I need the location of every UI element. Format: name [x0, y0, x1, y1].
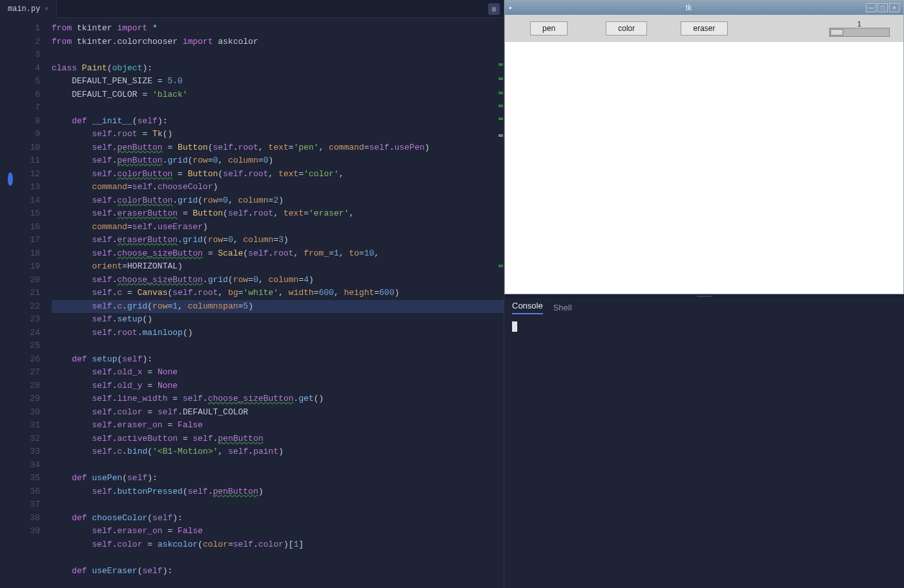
line-number[interactable]: 1: [0, 22, 40, 35]
code-line[interactable]: self.line_width = self.choose_sizeButton…: [52, 392, 504, 406]
code-line[interactable]: def __init__(self):: [52, 115, 504, 128]
close-window-icon[interactable]: ×: [889, 3, 899, 12]
eraser-button[interactable]: eraser: [681, 21, 727, 35]
code-line[interactable]: [52, 340, 504, 353]
code-area[interactable]: 1234567891011121314151617181920212223242…: [0, 18, 504, 588]
line-number[interactable]: 2: [0, 35, 40, 49]
line-number[interactable]: 22: [0, 300, 40, 314]
line-number[interactable]: 19: [0, 260, 40, 274]
line-number[interactable]: 15: [0, 207, 40, 221]
code-line[interactable]: self.c = Canvas(self.root, bg='white', w…: [52, 287, 504, 300]
code-line[interactable]: self.color = self.DEFAULT_COLOR: [52, 406, 504, 420]
line-number[interactable]: 8: [0, 115, 40, 128]
line-number[interactable]: 6: [0, 88, 40, 102]
code-line[interactable]: self.eraser_on = False: [52, 525, 504, 538]
line-number[interactable]: 4: [0, 62, 40, 76]
gutter[interactable]: 1234567891011121314151617181920212223242…: [0, 18, 52, 588]
code-line[interactable]: self.eraserButton = Button(self.root, te…: [52, 207, 504, 221]
tab-console[interactable]: Console: [512, 301, 543, 314]
code-line[interactable]: DEFAULT_COLOR = 'black': [52, 88, 504, 102]
line-number[interactable]: 36: [0, 485, 40, 499]
line-number[interactable]: 27: [0, 366, 40, 380]
tk-titlebar[interactable]: ▪ tk — □ ×: [505, 1, 903, 15]
code-line[interactable]: self.root = Tk(): [52, 128, 504, 141]
line-number[interactable]: 32: [0, 432, 40, 446]
tab-main-py[interactable]: main.py ×: [0, 0, 57, 18]
line-number[interactable]: 10: [0, 141, 40, 155]
maximize-icon[interactable]: □: [878, 3, 888, 12]
line-number[interactable]: 20: [0, 274, 40, 287]
code-line[interactable]: self.old_x = None: [52, 366, 504, 380]
line-number[interactable]: 16: [0, 221, 40, 234]
line-number[interactable]: 14: [0, 194, 40, 208]
line-number[interactable]: 5: [0, 75, 40, 88]
code-line[interactable]: def setup(self):: [52, 353, 504, 367]
line-number[interactable]: 25: [0, 340, 40, 353]
line-number[interactable]: 24: [0, 327, 40, 340]
code-line[interactable]: command=self.useEraser): [52, 221, 504, 234]
line-number[interactable]: 33: [0, 445, 40, 459]
scale-track[interactable]: [829, 28, 890, 37]
console-output[interactable]: [504, 316, 904, 588]
code-line[interactable]: [52, 498, 504, 512]
code-line[interactable]: self.setup(): [52, 313, 504, 327]
code-line[interactable]: self.c.grid(row=1, columnspan=5): [52, 300, 504, 314]
line-number[interactable]: 17: [0, 234, 40, 247]
code-line[interactable]: self.activeButton = self.penButton: [52, 432, 504, 446]
line-number[interactable]: 26: [0, 353, 40, 367]
line-number[interactable]: 29: [0, 392, 40, 406]
code-line[interactable]: self.choose_sizeButton.grid(row=0, colum…: [52, 274, 504, 287]
pen-button[interactable]: pen: [530, 21, 568, 35]
code-line[interactable]: def usePen(self):: [52, 472, 504, 485]
code-line[interactable]: [52, 48, 504, 62]
code-line[interactable]: self.penButton = Button(self.root, text=…: [52, 141, 504, 155]
code-line[interactable]: self.penButton.grid(row=0, column=0): [52, 154, 504, 168]
split-icon[interactable]: ▥: [488, 3, 500, 15]
code-line[interactable]: self.choose_sizeButton = Scale(self.root…: [52, 247, 504, 261]
code-line[interactable]: def chooseColor(self):: [52, 512, 504, 525]
line-number[interactable]: 38: [0, 512, 40, 525]
code-line[interactable]: self.eraserButton.grid(row=0, column=3): [52, 234, 504, 247]
line-number[interactable]: 23: [0, 313, 40, 327]
code-line[interactable]: self.buttonPressed(self.penButton): [52, 485, 504, 499]
line-number[interactable]: 37: [0, 498, 40, 512]
minimize-icon[interactable]: —: [866, 3, 876, 12]
close-icon[interactable]: ×: [44, 5, 48, 13]
line-number[interactable]: 18: [0, 247, 40, 261]
line-number[interactable]: 34: [0, 459, 40, 472]
code-line[interactable]: orient=HORIZONTAL): [52, 260, 504, 274]
size-scale[interactable]: 1: [829, 20, 890, 37]
line-number[interactable]: 13: [0, 181, 40, 194]
code-line[interactable]: class Paint(object):: [52, 62, 504, 76]
code-editor[interactable]: from tkinter import *from tkinter.colorc…: [52, 18, 504, 588]
code-line[interactable]: from tkinter.colorchooser import askcolo…: [52, 35, 504, 49]
code-line[interactable]: self.old_y = None: [52, 380, 504, 393]
line-number[interactable]: 35: [0, 472, 40, 485]
line-number[interactable]: 39: [0, 525, 40, 538]
code-line[interactable]: self.color = askcolor(color=self.color)[…: [52, 538, 504, 552]
tk-canvas[interactable]: [505, 42, 903, 294]
line-number[interactable]: 30: [0, 406, 40, 420]
breakpoint-icon[interactable]: [8, 172, 13, 186]
scale-thumb[interactable]: [830, 29, 843, 35]
code-line[interactable]: DEFAULT_PEN_SIZE = 5.0: [52, 75, 504, 88]
code-line[interactable]: self.root.mainloop(): [52, 327, 504, 340]
line-number[interactable]: 11: [0, 154, 40, 168]
tab-shell[interactable]: Shell: [553, 303, 572, 312]
line-number[interactable]: 31: [0, 419, 40, 432]
code-line[interactable]: def useEraser(self):: [52, 565, 504, 578]
code-line[interactable]: command=self.chooseColor): [52, 181, 504, 194]
code-line[interactable]: [52, 551, 504, 565]
code-line[interactable]: self.eraser_on = False: [52, 419, 504, 432]
code-line[interactable]: [52, 101, 504, 115]
line-number[interactable]: 21: [0, 287, 40, 300]
code-line[interactable]: [52, 459, 504, 472]
minimap[interactable]: [497, 18, 504, 289]
line-number[interactable]: 12: [0, 168, 40, 181]
code-line[interactable]: from tkinter import *: [52, 22, 504, 35]
color-button[interactable]: color: [606, 21, 647, 35]
code-line[interactable]: self.colorButton = Button(self.root, tex…: [52, 168, 504, 181]
code-line[interactable]: self.colorButton.grid(row=0, column=2): [52, 194, 504, 208]
line-number[interactable]: 9: [0, 128, 40, 141]
code-line[interactable]: self.c.bind('<B1-Motion>', self.paint): [52, 445, 504, 459]
